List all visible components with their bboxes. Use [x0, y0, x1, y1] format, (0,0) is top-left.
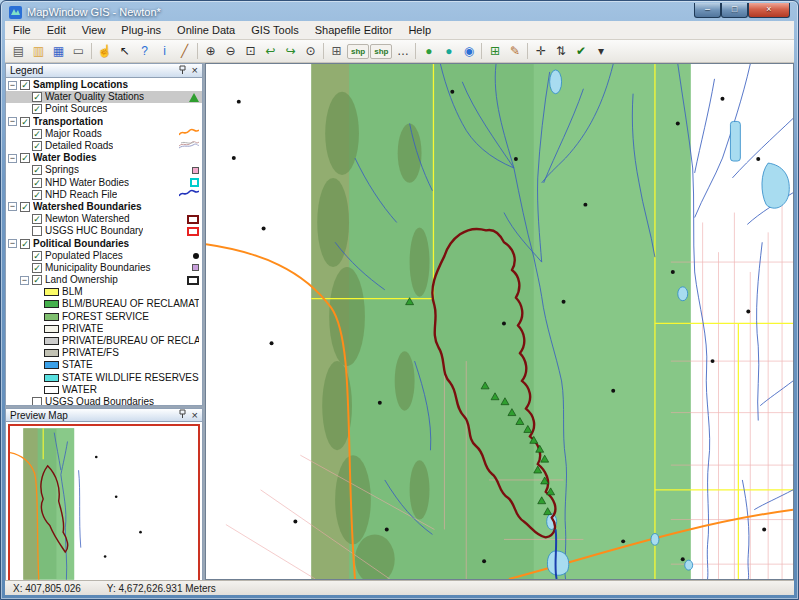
- toolbar-zoom-in-button[interactable]: ⊕: [201, 42, 220, 61]
- toolbar-symbology-teal-button[interactable]: ●: [439, 42, 458, 61]
- legend-close-icon[interactable]: ×: [192, 66, 198, 75]
- layer-checkbox[interactable]: ✓: [32, 129, 42, 139]
- layer-checkbox[interactable]: ✓: [20, 153, 30, 163]
- toolbar-open-project-button[interactable]: ▥: [29, 42, 48, 61]
- pin-icon[interactable]: [178, 409, 187, 421]
- tree-expander-icon[interactable]: −: [8, 117, 17, 126]
- toolbar-pan-tool-button[interactable]: ☝: [95, 42, 114, 61]
- layer-checkbox[interactable]: ✓: [20, 117, 30, 127]
- legend-row-point-sources[interactable]: ✓Point Sources: [6, 103, 202, 115]
- toolbar-draw-tool-button[interactable]: ✎: [505, 42, 524, 61]
- layer-checkbox[interactable]: ✓: [20, 80, 30, 90]
- menu-edit[interactable]: Edit: [39, 22, 74, 38]
- tree-expander-icon[interactable]: −: [20, 276, 29, 285]
- toolbar-zoom-to-extent-button[interactable]: ⊡: [241, 42, 260, 61]
- toolbar-symbology-green-button[interactable]: ●: [419, 42, 438, 61]
- layer-checkbox[interactable]: ✓: [20, 202, 30, 212]
- menu-gis-tools[interactable]: GIS Tools: [243, 22, 307, 38]
- layer-checkbox[interactable]: ✓: [32, 178, 42, 188]
- layer-checkbox[interactable]: [32, 226, 42, 236]
- legend-row-nhd-water-bodies[interactable]: ✓NHD Water Bodies: [6, 177, 202, 189]
- menu-plug-ins[interactable]: Plug-ins: [113, 22, 169, 38]
- legend-row-populated-places[interactable]: ✓Populated Places: [6, 250, 202, 262]
- tree-expander-icon[interactable]: −: [8, 239, 17, 248]
- legend-row-newton-watershed[interactable]: ✓Newton Watershed: [6, 213, 202, 225]
- map-canvas: [206, 64, 793, 579]
- toolbar-online-basemap-globe-button[interactable]: ◉: [459, 42, 478, 61]
- layer-checkbox[interactable]: ✓: [32, 263, 42, 273]
- menu-view[interactable]: View: [74, 22, 114, 38]
- legend-row-detailed-roads[interactable]: ✓Detailed Roads: [6, 140, 202, 152]
- menu-help[interactable]: Help: [400, 22, 439, 38]
- legend-row-forest-service[interactable]: FOREST SERVICE: [6, 311, 202, 323]
- layer-symbol-holder: [192, 264, 199, 271]
- toolbar-apply-check-button[interactable]: ✔: [571, 42, 590, 61]
- layer-checkbox[interactable]: ✓: [32, 190, 42, 200]
- layer-checkbox[interactable]: ✓: [20, 239, 30, 249]
- layer-checkbox[interactable]: ✓: [32, 92, 42, 102]
- legend-row-political-boundaries[interactable]: −✓Political Boundaries: [6, 237, 202, 249]
- toolbar-zoom-previous-button[interactable]: ↩: [261, 42, 280, 61]
- layer-checkbox[interactable]: ✓: [32, 214, 42, 224]
- close-button[interactable]: ×: [748, 3, 790, 18]
- toolbar-shapefile-grid-tool-button[interactable]: shp: [370, 44, 392, 59]
- legend-row-land-ownership[interactable]: −✓Land Ownership: [6, 274, 202, 286]
- toolbar-identifier-tool-button[interactable]: i: [155, 42, 174, 61]
- legend-row-springs[interactable]: ✓Springs: [6, 164, 202, 176]
- toolbar-shapefile-tool-button[interactable]: shp: [347, 44, 369, 59]
- toolbar-attribute-table-button[interactable]: ⊞: [327, 42, 346, 61]
- toolbar-measure-tool-button[interactable]: ╱: [175, 42, 194, 61]
- layer-checkbox[interactable]: ✓: [32, 104, 42, 114]
- layer-checkbox[interactable]: ✓: [32, 165, 42, 175]
- legend-row-usgs-huc-boundary[interactable]: USGS HUC Boundary: [6, 225, 202, 237]
- toolbar-zoom-next-button[interactable]: ↪: [281, 42, 300, 61]
- preview-close-icon[interactable]: ×: [192, 411, 198, 420]
- titlebar[interactable]: MapWindow GIS - Newton* – □ ×: [1, 1, 798, 21]
- legend-row-transportation[interactable]: −✓Transportation: [6, 116, 202, 128]
- layer-checkbox[interactable]: ✓: [32, 275, 42, 285]
- toolbar-select-tool-button[interactable]: ↖: [115, 42, 134, 61]
- layer-checkbox[interactable]: ✓: [32, 141, 42, 151]
- legend-row-usgs-quad-boundaries[interactable]: USGS Quad Boundaries: [6, 396, 202, 406]
- toolbar-new-project-button[interactable]: ▤: [9, 42, 28, 61]
- tree-expander-icon[interactable]: −: [8, 202, 17, 211]
- toolbar-add-grid-button[interactable]: ⊞: [485, 42, 504, 61]
- toolbar-zoom-out-button[interactable]: ⊖: [221, 42, 240, 61]
- legend-row-major-roads[interactable]: ✓Major Roads: [6, 128, 202, 140]
- toolbar-save-project-button[interactable]: ▦: [49, 42, 68, 61]
- legend-row-private-fs[interactable]: PRIVATE/FS: [6, 347, 202, 359]
- legend-row-sampling-locations[interactable]: −✓Sampling Locations: [6, 79, 202, 91]
- legend-row-watershed-boundaries[interactable]: −✓Watershed Boundaries: [6, 201, 202, 213]
- toolbar-print-button[interactable]: ▭: [69, 42, 88, 61]
- tree-expander-icon[interactable]: −: [8, 81, 17, 90]
- toolbar-move-tool-button[interactable]: ✛: [531, 42, 550, 61]
- minimize-button[interactable]: –: [694, 3, 721, 18]
- menu-file[interactable]: File: [5, 22, 39, 38]
- legend-row-state[interactable]: STATE: [6, 359, 202, 371]
- category-swatch: [44, 374, 59, 382]
- legend-row-water-bodies[interactable]: −✓Water Bodies: [6, 152, 202, 164]
- toolbar-more-options-button[interactable]: …: [393, 42, 412, 61]
- toolbar-toolbar-dropdown-button[interactable]: ▾: [591, 42, 610, 61]
- pin-icon[interactable]: [178, 65, 187, 77]
- legend-row-blm[interactable]: BLM: [6, 286, 202, 298]
- legend-row-private-bureau-of-reclamati[interactable]: PRIVATE/BUREAU OF RECLAMATI: [6, 335, 202, 347]
- legend-row-water[interactable]: WATER: [6, 384, 202, 396]
- legend-row-municipality-boundaries[interactable]: ✓Municipality Boundaries: [6, 262, 202, 274]
- menu-shapefile-editor[interactable]: Shapefile Editor: [307, 22, 401, 38]
- legend-row-state-wildlife-reserves[interactable]: STATE WILDLIFE RESERVES: [6, 372, 202, 384]
- map-view[interactable]: [205, 63, 794, 580]
- legend-row-nhd-reach-file[interactable]: ✓NHD Reach File: [6, 189, 202, 201]
- legend-row-water-quality-stations[interactable]: ✓Water Quality Stations: [6, 91, 202, 103]
- layer-checkbox[interactable]: [32, 397, 42, 406]
- tree-expander-icon[interactable]: −: [8, 154, 17, 163]
- toolbar-whats-this-help-button[interactable]: ?: [135, 42, 154, 61]
- layer-checkbox[interactable]: ✓: [32, 251, 42, 261]
- toolbar-zoom-to-selection-button[interactable]: ⊙: [301, 42, 320, 61]
- preview-map-body[interactable]: [5, 422, 203, 587]
- maximize-button[interactable]: □: [721, 3, 748, 18]
- legend-row-private[interactable]: PRIVATE: [6, 323, 202, 335]
- menu-online-data[interactable]: Online Data: [169, 22, 243, 38]
- legend-row-blm-bureau-of-reclamation[interactable]: BLM/BUREAU OF RECLAMATION: [6, 298, 202, 310]
- toolbar-reorder-layers-button[interactable]: ⇅: [551, 42, 570, 61]
